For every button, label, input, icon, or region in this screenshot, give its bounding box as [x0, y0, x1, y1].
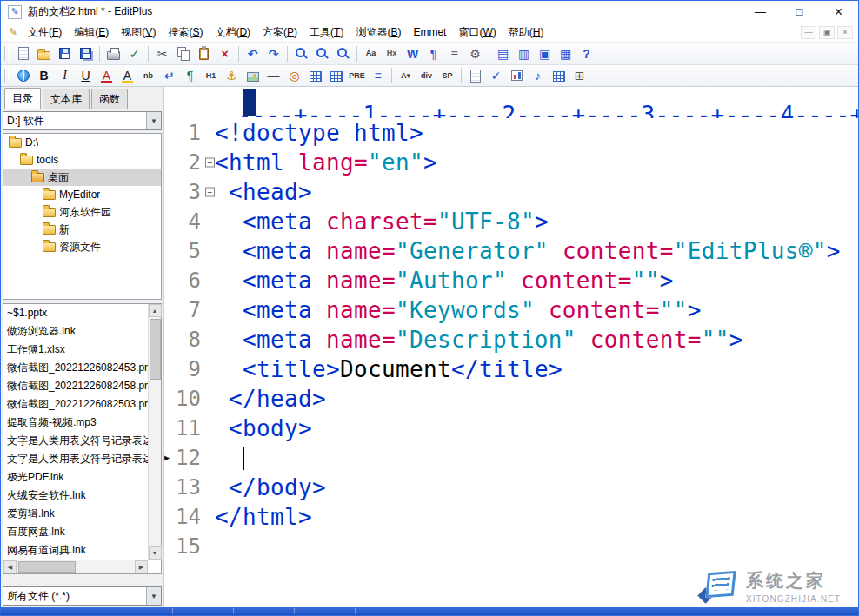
menu-帮助[interactable]: 帮助(H)	[503, 23, 550, 43]
tree-item[interactable]: MyEditor	[3, 186, 161, 203]
file-item[interactable]: 微信截图_20221226082453.pr	[3, 359, 148, 377]
div-tag-button[interactable]: div	[416, 66, 436, 85]
anchor-button[interactable]: ⚓	[222, 66, 242, 85]
object-button[interactable]: ◎	[284, 66, 304, 85]
settings-button[interactable]: ⚙	[465, 44, 485, 63]
mdi-close[interactable]: ×	[837, 26, 853, 39]
line-number[interactable]: 5	[164, 236, 204, 266]
highlight-button[interactable]: A	[117, 66, 137, 85]
maximize-button[interactable]: □	[780, 1, 819, 23]
tree-item[interactable]: tools	[3, 151, 161, 169]
code-line[interactable]: 7 <meta name="Keywords" content="">	[164, 295, 858, 325]
image-button[interactable]	[243, 66, 263, 85]
menu-方案[interactable]: 方案(P)	[256, 23, 303, 43]
delete-button[interactable]: ×	[215, 44, 235, 63]
table-insert-button[interactable]	[549, 66, 569, 85]
chart-object-button[interactable]	[507, 66, 527, 85]
ruler-marker[interactable]	[243, 89, 256, 116]
line-number[interactable]: 6	[164, 266, 204, 295]
menu-编辑[interactable]: 编辑(E)	[68, 23, 115, 43]
tab-文本库[interactable]: 文本库	[43, 89, 90, 109]
line-numbers-button[interactable]: ≡	[444, 44, 464, 63]
tree-item[interactable]: 桌面	[3, 169, 161, 186]
file-list-horizontal-scrollbar[interactable]: ◀ ▶	[3, 560, 148, 573]
line-number[interactable]: 13	[164, 473, 204, 502]
code-line[interactable]: 2−<html lang="en">	[164, 148, 858, 177]
line-number[interactable]: 1	[164, 118, 204, 148]
line-number[interactable]: 3	[164, 177, 204, 207]
span-tag-button[interactable]: SP	[437, 66, 457, 85]
close-button[interactable]: ×	[819, 1, 858, 23]
preformatted-button[interactable]: PRE	[347, 66, 367, 85]
show-symbols-button[interactable]: ¶	[423, 44, 443, 63]
find-in-files-button[interactable]	[333, 44, 353, 63]
tree-item[interactable]: 河东软件园	[3, 203, 161, 221]
word-wrap-button[interactable]: W	[403, 44, 423, 63]
menu-视图[interactable]: 视图(V)	[115, 23, 162, 43]
split-window-button[interactable]: ▥	[514, 44, 534, 63]
menu-搜索[interactable]: 搜索(S)	[162, 23, 209, 43]
menu-文档[interactable]: 文档(D)	[209, 23, 256, 43]
hex-viewer-button[interactable]: Hx	[382, 44, 402, 63]
undo-button[interactable]: ↶	[243, 44, 263, 63]
find-button[interactable]	[291, 44, 311, 63]
line-number[interactable]: 7	[164, 295, 204, 325]
line-number[interactable]: 11	[164, 414, 204, 443]
drive-selector[interactable]: D:] 软件 ▼	[3, 111, 162, 130]
line-number[interactable]: 15	[164, 532, 204, 561]
scroll-right-icon[interactable]: ▶	[135, 560, 148, 573]
print-button[interactable]	[103, 44, 123, 63]
code-line[interactable]: 1<!doctype html>	[164, 118, 858, 148]
code-line[interactable]: 8 <meta name="Description" content="">	[164, 325, 858, 354]
redo-button[interactable]: ↷	[263, 44, 283, 63]
list-button[interactable]: ≡	[368, 66, 388, 85]
mdi-minimize[interactable]: —	[801, 26, 816, 39]
file-item[interactable]: 文字是人类用表义符号记录表达	[3, 432, 148, 450]
editor-pane[interactable]: ----+----1----+----2----+----3----+----4…	[164, 87, 858, 607]
table-cell-button[interactable]	[326, 66, 346, 85]
heading-button[interactable]: H1	[201, 66, 221, 85]
underline-button[interactable]: U	[76, 66, 96, 85]
file-list-vertical-scrollbar[interactable]: ▲ ▼	[148, 304, 161, 560]
tab-函数[interactable]: 函数	[91, 89, 128, 109]
frame-button[interactable]: ⊞	[569, 66, 589, 85]
file-item[interactable]: 火绒安全软件.lnk	[3, 487, 148, 505]
line-number[interactable]: 10	[164, 384, 204, 414]
code-line[interactable]: 6 <meta name="Author" content="">	[164, 266, 858, 295]
bold-button[interactable]: B	[34, 66, 54, 85]
file-item[interactable]: 爱剪辑.lnk	[3, 505, 148, 523]
tab-目录[interactable]: 目录	[4, 88, 41, 109]
font-color-button[interactable]: A	[97, 66, 117, 85]
code-line[interactable]: 11 <body>	[164, 414, 858, 443]
code-line[interactable]: 5 <meta name="Generator" content="EditPl…	[164, 236, 858, 266]
menu-工具[interactable]: 工具(T)	[303, 23, 350, 43]
toggle-case-button[interactable]: Aa	[361, 44, 381, 63]
code-line[interactable]: 10 </head>	[164, 384, 858, 414]
tree-item[interactable]: 资源文件	[3, 238, 161, 255]
paste-button[interactable]	[194, 44, 214, 63]
file-item[interactable]: 百度网盘.lnk	[3, 523, 148, 541]
code-line[interactable]: 3− <head>	[164, 177, 858, 207]
line-number[interactable]: 8	[164, 325, 204, 354]
scroll-left-icon[interactable]: ◀	[3, 560, 17, 573]
code-line[interactable]: 4 <meta charset="UTF-8">	[164, 207, 858, 236]
code-line[interactable]: 14</html>	[164, 502, 858, 532]
cut-button[interactable]: ✂	[152, 44, 172, 63]
fold-toggle[interactable]: −	[205, 158, 215, 168]
chevron-down-icon[interactable]: ▼	[146, 112, 161, 129]
nbsp-button[interactable]: nb	[138, 66, 158, 85]
scroll-down-icon[interactable]: ▼	[149, 546, 162, 560]
table-button[interactable]	[305, 66, 325, 85]
file-item[interactable]: 工作簿1.xlsx	[3, 341, 148, 359]
code-line[interactable]: 13 </body>	[164, 473, 858, 502]
mdi-restore[interactable]: ▣	[819, 26, 835, 39]
menu-文件[interactable]: 文件(F)	[22, 23, 68, 43]
new-file-button[interactable]	[13, 44, 33, 63]
replace-button[interactable]	[312, 44, 332, 63]
menu-浏览器[interactable]: 浏览器(B)	[350, 23, 407, 43]
line-number[interactable]: 4	[164, 207, 204, 236]
line-number[interactable]: 2	[164, 148, 204, 177]
line-number[interactable]: 12▶	[164, 443, 204, 473]
syntax-check-button[interactable]: ✓	[486, 66, 506, 85]
file-item[interactable]: 网易有道词典.lnk	[3, 541, 148, 560]
